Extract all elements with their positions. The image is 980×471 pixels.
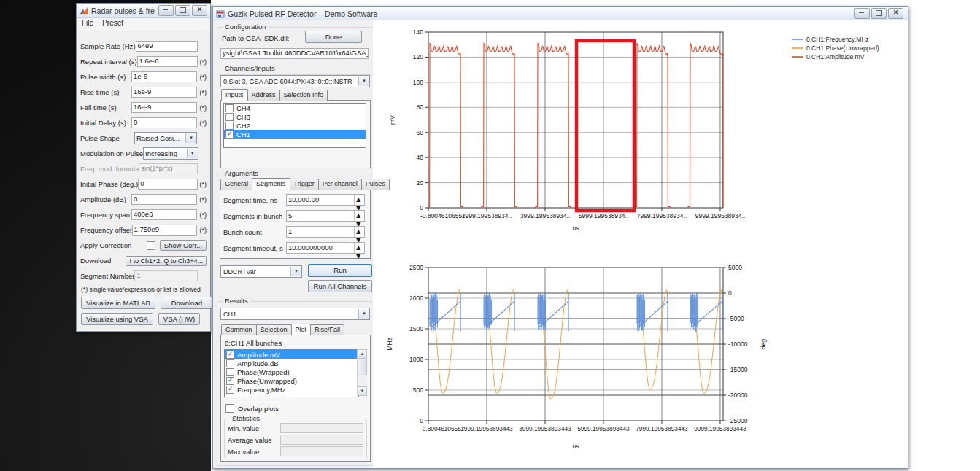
run-button[interactable]: Run: [308, 264, 372, 277]
item-checkbox[interactable]: [225, 131, 234, 139]
spin-up-icon[interactable]: ▲: [355, 211, 364, 219]
list-item-ch2[interactable]: CH2: [224, 121, 366, 130]
field-input[interactable]: 0: [131, 194, 197, 205]
segment-selection-rect[interactable]: [576, 41, 634, 211]
done-button[interactable]: Done: [305, 31, 362, 43]
chevron-down-icon[interactable]: ▼: [358, 77, 369, 86]
main-titlebar[interactable]: Guzik Pulsed RF Detector – Demo Software…: [213, 7, 908, 21]
item-label: Phase(Unwrapped): [237, 377, 297, 385]
show-correction-button[interactable]: Show Corr...: [160, 240, 207, 251]
chevron-down-icon[interactable]: ▼: [290, 267, 301, 276]
item-checkbox[interactable]: [225, 122, 234, 130]
item-checkbox[interactable]: [226, 351, 234, 359]
tab-segments[interactable]: Segments: [252, 178, 290, 190]
chevron-down-icon[interactable]: ▼: [185, 133, 196, 143]
tab-rise-fall[interactable]: Rise/Fall: [310, 324, 344, 335]
list-item-phase-wrapped-[interactable]: Phase(Wrapped): [225, 367, 358, 376]
maximize-button[interactable]: [871, 8, 887, 19]
close-button[interactable]: ✕: [192, 5, 207, 16]
item-checkbox[interactable]: [226, 386, 234, 394]
field-select[interactable]: Raised Cosi...▼: [134, 132, 197, 144]
tab-pulses[interactable]: Pulses: [361, 179, 390, 190]
action-button-download[interactable]: Download: [161, 297, 213, 309]
download-target-button[interactable]: I to Ch1+2, Q to Ch3+4...: [126, 256, 207, 266]
svg-text:-15000: -15000: [728, 366, 748, 373]
spin-down-icon[interactable]: ▼: [355, 252, 364, 260]
action-button-vsa-hw-[interactable]: VSA (HW): [158, 313, 200, 325]
menu-file[interactable]: File: [82, 19, 93, 31]
spin-up-icon[interactable]: ▲: [355, 243, 364, 252]
spin-up-icon[interactable]: ▲: [355, 195, 364, 203]
minimize-button[interactable]: [158, 5, 174, 16]
list-item-amplitude-db[interactable]: Amplitude,dB: [225, 359, 358, 367]
statistic-value: [280, 446, 363, 456]
maximize-button[interactable]: [175, 5, 190, 16]
field-input[interactable]: 400e6: [131, 209, 197, 220]
argument-value: 1: [287, 227, 354, 237]
main-client-area: Configuration Path to GSA_SDK.dll: Done …: [213, 20, 908, 468]
sdk-path-input[interactable]: ysight\GSA1 Toolkit 460DDCVAR101\x64\GSA…: [220, 48, 369, 59]
chevron-down-icon[interactable]: ▼: [187, 149, 198, 158]
action-button-visualize-in-matlab[interactable]: Visualize in MATLAB: [81, 297, 155, 309]
item-checkbox[interactable]: [226, 368, 234, 376]
tab-per-channel[interactable]: Per channel: [318, 179, 362, 190]
main-window: Guzik Pulsed RF Detector – Demo Software…: [212, 6, 908, 469]
field-input[interactable]: 1e-6: [131, 71, 197, 82]
field-input[interactable]: 16e-9: [131, 87, 197, 98]
run-all-channels-button[interactable]: Run All Channels: [308, 280, 372, 292]
list-item-ch3[interactable]: CH3: [224, 112, 366, 121]
item-checkbox[interactable]: [225, 113, 234, 121]
tab-common[interactable]: Common: [221, 324, 257, 335]
menu-preset[interactable]: Preset: [102, 19, 123, 31]
field-input[interactable]: 0: [131, 117, 197, 128]
argument-input[interactable]: 10,000.00▲▼: [286, 194, 365, 206]
field-label: Segment Number: [80, 272, 134, 280]
scroll-down-icon[interactable]: ▼: [358, 386, 367, 396]
apply-correction-checkbox[interactable]: [147, 241, 155, 250]
tab-selection[interactable]: Selection: [256, 324, 292, 335]
list-item-ch1[interactable]: CH1: [224, 130, 366, 139]
item-checkbox[interactable]: [226, 359, 234, 367]
item-checkbox[interactable]: [225, 104, 234, 112]
argument-input[interactable]: 5▲▼: [286, 210, 365, 222]
tab-inputs[interactable]: Inputs: [221, 89, 248, 101]
algorithm-select[interactable]: DDCRTVar ▼: [220, 265, 302, 278]
radar-titlebar[interactable]: Radar pulses & freq... ✕: [77, 4, 210, 18]
field-input: sin(2*pi*x): [139, 163, 198, 174]
field-input[interactable]: 0: [138, 179, 198, 190]
close-button[interactable]: ✕: [888, 8, 903, 19]
device-select-value: 0.Slot 3, GSA ADC 6044:PXI43::0::0::INST…: [221, 78, 358, 85]
svg-text:140: 140: [413, 28, 423, 36]
tab-plot[interactable]: Plot: [291, 324, 312, 335]
list-item-frequency-mhz[interactable]: Frequency,MHz: [225, 385, 358, 394]
field-input[interactable]: 16e-9: [131, 102, 197, 113]
field-label: Apply Correction: [80, 241, 147, 249]
field-input[interactable]: 64e9: [136, 41, 198, 52]
device-select[interactable]: 0.Slot 3, GSA ADC 6044:PXI43::0::0::INST…: [220, 75, 370, 87]
field-label: Pulse Shape: [80, 134, 134, 142]
field-select[interactable]: Increasing▼: [143, 147, 198, 160]
tab-address[interactable]: Address: [247, 90, 280, 101]
listbox-scrollbar[interactable]: ▲ ▼: [357, 349, 367, 396]
item-checkbox[interactable]: [226, 377, 234, 385]
scrollbar-thumb[interactable]: [358, 358, 367, 375]
field-input[interactable]: 1.6e-6: [137, 56, 198, 67]
tab-trigger[interactable]: Trigger: [290, 179, 319, 190]
field-input[interactable]: 1.750e9: [132, 225, 197, 236]
results-channel-select[interactable]: CH1 ▼: [220, 308, 370, 320]
radar-action-row-1: Visualize in MATLABDownload: [77, 293, 210, 309]
results-tabpage: 0:CH1 All bunches Amplitude,mVAmplitude,…: [220, 335, 371, 462]
tab-general[interactable]: General: [220, 179, 252, 190]
list-item-ch4[interactable]: CH4: [224, 104, 366, 112]
radar-field-row: Fall time (s)16e-9(*): [77, 100, 210, 115]
chevron-down-icon[interactable]: ▼: [358, 309, 369, 319]
tab-selection-info[interactable]: Selection Info: [279, 90, 328, 101]
overlap-plots-checkbox[interactable]: [225, 404, 234, 413]
minimize-button[interactable]: [854, 8, 870, 19]
list-item-amplitude-mv[interactable]: Amplitude,mV: [225, 350, 358, 359]
argument-input[interactable]: 10.000000000▲▼: [286, 242, 365, 254]
spin-up-icon[interactable]: ▲: [355, 227, 364, 236]
argument-input[interactable]: 1▲▼: [286, 226, 365, 238]
action-button-visualize-using-vsa[interactable]: Visualize using VSA: [81, 313, 153, 325]
list-item-phase-unwrapped-[interactable]: Phase(Unwrapped): [225, 376, 358, 385]
